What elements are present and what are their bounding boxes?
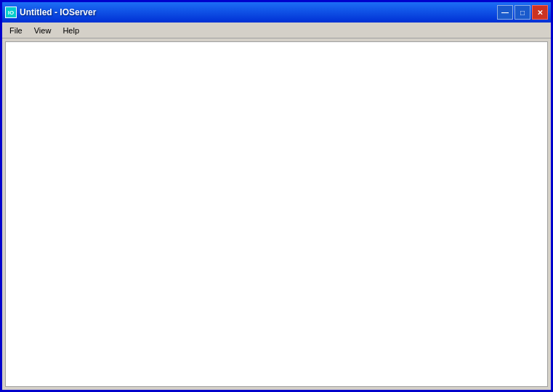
main-window: IO Untitled - IOServer — □ ✕ File View H… [0,0,553,392]
title-bar: IO Untitled - IOServer — □ ✕ [2,2,551,23]
title-bar-left: IO Untitled - IOServer [5,7,96,18]
window-title: Untitled - IOServer [20,7,96,17]
minimize-button[interactable]: — [497,5,513,20]
close-button[interactable]: ✕ [532,5,548,20]
window-controls: — □ ✕ [497,5,548,20]
menu-view[interactable]: View [28,25,57,36]
window-body: File View Help [2,23,551,390]
menu-bar: File View Help [2,23,551,38]
app-icon: IO [5,7,17,18]
maximize-button[interactable]: □ [514,5,530,20]
menu-help[interactable]: Help [57,25,85,36]
main-content [5,41,548,387]
menu-file[interactable]: File [4,25,28,36]
